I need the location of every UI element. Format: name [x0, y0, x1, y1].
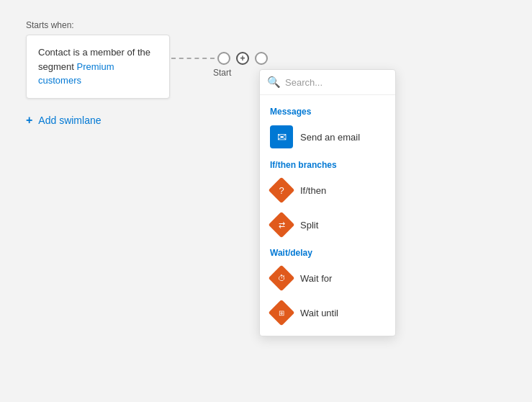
- connector-circle-1: [217, 52, 230, 65]
- section-header-waitdelay: Wait/delay: [260, 242, 395, 261]
- email-icon: ✉: [270, 125, 293, 148]
- item-label-waituntil: Wait until: [300, 308, 338, 318]
- list-item[interactable]: ⇄ Split: [260, 207, 395, 242]
- action-dropdown-panel: 🔍 Messages ✉ Send an email If/then branc…: [259, 69, 396, 336]
- item-label-send-email: Send an email: [300, 132, 360, 143]
- trigger-card: Contact is a member of the segment Premi…: [26, 35, 170, 99]
- section-header-ifthen: If/then branches: [260, 154, 395, 173]
- list-item[interactable]: ? If/then: [260, 173, 395, 207]
- canvas: Starts when: Contact is a member of the …: [0, 0, 532, 402]
- item-label-waitfor: Wait for: [300, 273, 332, 284]
- search-bar: 🔍: [260, 70, 395, 95]
- dashed-line: [171, 58, 215, 59]
- connector-circle-plus[interactable]: +: [236, 52, 249, 65]
- start-label: Start: [213, 68, 231, 78]
- waitfor-icon-wrap: ⏱: [270, 267, 293, 290]
- waituntil-icon-wrap: ⊞: [270, 301, 293, 324]
- search-input[interactable]: [285, 77, 388, 88]
- add-swimlane-label: Add swimlane: [38, 115, 101, 126]
- add-swimlane-icon: +: [26, 114, 32, 127]
- split-icon-wrap: ⇄: [270, 213, 293, 236]
- list-item[interactable]: ✉ Send an email: [260, 120, 395, 154]
- waitfor-symbol: ⏱: [278, 274, 286, 282]
- add-swimlane-button[interactable]: + Add swimlane: [26, 114, 102, 127]
- section-header-messages: Messages: [260, 101, 395, 120]
- dropdown-content: Messages ✉ Send an email If/then branche…: [260, 95, 395, 336]
- list-item[interactable]: ⏱ Wait for: [260, 261, 395, 295]
- list-item[interactable]: ⊞ Wait until: [260, 295, 395, 330]
- ifthen-symbol: ?: [279, 185, 284, 196]
- ifthen-icon-wrap: ?: [270, 179, 293, 202]
- item-label-split: Split: [300, 220, 318, 231]
- connector-circle-2: [255, 52, 268, 65]
- item-label-ifthen: If/then: [300, 185, 326, 196]
- waituntil-symbol: ⊞: [279, 309, 284, 317]
- search-icon: 🔍: [267, 76, 281, 89]
- starts-when-label: Starts when:: [26, 20, 74, 30]
- split-symbol: ⇄: [279, 220, 285, 230]
- connector: +: [171, 52, 271, 65]
